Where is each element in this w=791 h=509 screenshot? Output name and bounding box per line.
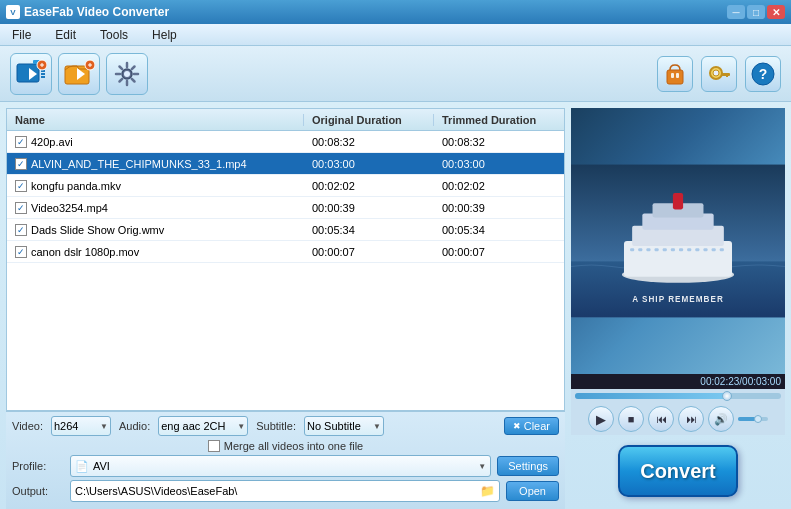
help-button[interactable]: ? <box>745 56 781 92</box>
right-panel: A SHIP REMEMBER 00:02:23/00:03:00 ▶ ■ ⏮ … <box>571 102 791 509</box>
clear-icon: ✖ <box>513 421 521 431</box>
video-progress-row[interactable] <box>571 389 785 403</box>
svg-rect-25 <box>671 73 674 78</box>
svg-text:?: ? <box>759 66 768 82</box>
video-preview-image: A SHIP REMEMBER <box>571 108 785 374</box>
subtitle-select-arrow: ▼ <box>373 422 381 431</box>
progress-thumb[interactable] <box>722 391 732 401</box>
file-name-text: Video3254.mp4 <box>31 202 108 214</box>
merge-checkbox[interactable] <box>208 440 220 452</box>
file-list-header: Name Original Duration Trimmed Duration <box>7 109 564 131</box>
video-preview: A SHIP REMEMBER <box>571 108 785 374</box>
video-select-value: h264 <box>54 420 78 432</box>
open-button[interactable]: Open <box>506 481 559 501</box>
profile-select-arrow: ▼ <box>478 462 486 471</box>
profile-select[interactable]: 📄 AVI ▼ <box>70 455 491 477</box>
next-frame-button[interactable]: ⏭ <box>678 406 704 432</box>
app-title: EaseFab Video Converter <box>24 5 169 19</box>
folder-icon: 📁 <box>480 484 495 498</box>
svg-rect-52 <box>720 248 724 251</box>
audio-select[interactable]: eng aac 2CH ▼ <box>158 416 248 436</box>
add-video-button[interactable] <box>10 53 52 95</box>
convert-button[interactable]: Convert <box>618 445 738 497</box>
settings-button[interactable]: Settings <box>497 456 559 476</box>
file-checkbox[interactable] <box>15 158 27 170</box>
audio-label: Audio: <box>119 420 150 432</box>
svg-rect-31 <box>723 73 725 76</box>
close-button[interactable]: ✕ <box>767 5 785 19</box>
shop-button[interactable] <box>657 56 693 92</box>
svg-rect-30 <box>726 73 728 77</box>
prev-frame-button[interactable]: ⏮ <box>648 406 674 432</box>
titlebar-controls: ─ □ ✕ <box>727 5 785 19</box>
menu-tools[interactable]: Tools <box>96 26 132 44</box>
left-panel: Name Original Duration Trimmed Duration … <box>0 102 571 509</box>
svg-rect-26 <box>676 73 679 78</box>
svg-text:A SHIP REMEMBER: A SHIP REMEMBER <box>632 295 724 304</box>
stop-button[interactable]: ■ <box>618 406 644 432</box>
file-checkbox[interactable] <box>15 180 27 192</box>
file-trimmed-duration: 00:02:02 <box>434 180 564 192</box>
volume-button[interactable]: 🔊 <box>708 406 734 432</box>
file-checkbox[interactable] <box>15 202 27 214</box>
header-trimmed-duration: Trimmed Duration <box>434 114 564 126</box>
subtitle-select[interactable]: No Subtitle ▼ <box>304 416 384 436</box>
file-checkbox[interactable] <box>15 224 27 236</box>
file-checkbox[interactable] <box>15 246 27 258</box>
svg-rect-37 <box>624 241 732 277</box>
menu-edit[interactable]: Edit <box>51 26 80 44</box>
video-label: Video: <box>12 420 43 432</box>
toolbar-right: ? <box>657 56 781 92</box>
key-button[interactable] <box>701 56 737 92</box>
svg-rect-29 <box>721 73 730 76</box>
file-row[interactable]: canon dslr 1080p.mov00:00:0700:00:07 <box>7 241 564 263</box>
svg-line-22 <box>132 66 135 69</box>
file-row[interactable]: Dads Slide Show Orig.wmv00:05:3400:05:34 <box>7 219 564 241</box>
titlebar-left: V EaseFab Video Converter <box>6 5 169 19</box>
file-name-text: ALVIN_AND_THE_CHIPMUNKS_33_1.mp4 <box>31 158 247 170</box>
play-button[interactable]: ▶ <box>588 406 614 432</box>
svg-rect-42 <box>638 248 642 251</box>
output-path[interactable]: C:\Users\ASUS\Videos\EaseFab\ 📁 <box>70 480 500 502</box>
video-select[interactable]: h264 ▼ <box>51 416 111 436</box>
menu-help[interactable]: Help <box>148 26 181 44</box>
profile-label: Profile: <box>12 460 64 472</box>
profile-row: Profile: 📄 AVI ▼ Settings <box>12 455 559 477</box>
maximize-button[interactable]: □ <box>747 5 765 19</box>
volume-track[interactable] <box>738 417 768 421</box>
volume-thumb[interactable] <box>754 415 762 423</box>
add-folder-button[interactable] <box>58 53 100 95</box>
file-row[interactable]: Video3254.mp400:00:3900:00:39 <box>7 197 564 219</box>
svg-point-15 <box>124 71 130 77</box>
file-row[interactable]: kongfu panda.mkv00:02:0200:02:02 <box>7 175 564 197</box>
svg-rect-24 <box>667 70 683 84</box>
file-list-container: Name Original Duration Trimmed Duration … <box>6 108 565 411</box>
output-path-value: C:\Users\ASUS\Videos\EaseFab\ <box>75 485 237 497</box>
file-list-body: 420p.avi00:08:3200:08:32ALVIN_AND_THE_CH… <box>7 131 564 263</box>
file-checkbox[interactable] <box>15 136 27 148</box>
file-name-cell: Dads Slide Show Orig.wmv <box>7 224 304 236</box>
audio-select-arrow: ▼ <box>237 422 245 431</box>
svg-rect-41 <box>630 248 634 251</box>
file-name-cell: 420p.avi <box>7 136 304 148</box>
header-original-duration: Original Duration <box>304 114 434 126</box>
svg-rect-44 <box>655 248 659 251</box>
menu-file[interactable]: File <box>8 26 35 44</box>
svg-rect-43 <box>646 248 650 251</box>
clear-button[interactable]: ✖ Clear <box>504 417 559 435</box>
file-row[interactable]: 420p.avi00:08:3200:08:32 <box>7 131 564 153</box>
svg-rect-45 <box>663 248 667 251</box>
header-name: Name <box>7 114 304 126</box>
file-original-duration: 00:05:34 <box>304 224 434 236</box>
subtitle-select-value: No Subtitle <box>307 420 361 432</box>
progress-track[interactable] <box>575 393 781 399</box>
svg-rect-13 <box>90 63 91 67</box>
svg-rect-51 <box>712 248 716 251</box>
clear-label: Clear <box>524 420 550 432</box>
file-name-text: Dads Slide Show Orig.wmv <box>31 224 164 236</box>
file-row[interactable]: ALVIN_AND_THE_CHIPMUNKS_33_1.mp400:03:00… <box>7 153 564 175</box>
video-timestamp: 00:02:23/00:03:00 <box>571 374 785 389</box>
settings-button[interactable] <box>106 53 148 95</box>
file-name-cell: ALVIN_AND_THE_CHIPMUNKS_33_1.mp4 <box>7 158 304 170</box>
minimize-button[interactable]: ─ <box>727 5 745 19</box>
